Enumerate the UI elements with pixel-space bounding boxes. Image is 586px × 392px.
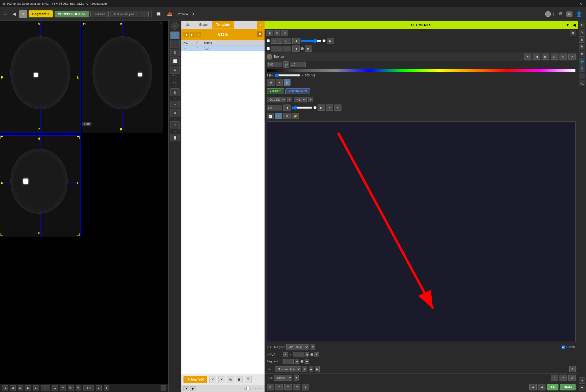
- delete-voi-btn[interactable]: ✕: [209, 376, 216, 383]
- input-slider-left[interactable]: ◀: [305, 352, 309, 357]
- bronson-expand-btn[interactable]: ▼: [524, 54, 531, 60]
- right-icon-terminal[interactable]: >_: [579, 80, 585, 86]
- opacity-speaker[interactable]: 🔊: [283, 61, 289, 68]
- input-tab-btn[interactable]: ● INPUT: [267, 88, 284, 94]
- ovl-dropdown-btn[interactable]: ▼: [287, 97, 292, 102]
- threshold-sun-btn[interactable]: ☀: [334, 104, 341, 111]
- monitor-btn[interactable]: 🖥: [556, 11, 565, 17]
- brightness-input[interactable]: [271, 38, 282, 44]
- fill-checkbox[interactable]: [246, 387, 249, 390]
- mini-key-btn[interactable]: 🔑: [292, 113, 299, 119]
- 2d-label[interactable]: > 2D: [172, 81, 177, 84]
- mini-gear-btn[interactable]: ⚙: [283, 113, 291, 119]
- right-icon-1[interactable]: ⊡: [579, 22, 585, 28]
- scan-topright[interactable]: A F H P: [82, 21, 163, 133]
- grid-btn[interactable]: ⊞: [170, 49, 180, 56]
- seg-square-icon-btn[interactable]: ⊡: [281, 30, 288, 36]
- r-btn[interactable]: R: [566, 11, 572, 17]
- pet-add-btn[interactable]: +: [551, 375, 558, 381]
- nav-left-btn[interactable]: ◀: [183, 386, 189, 391]
- pet-speaker-btn[interactable]: 🔊: [568, 375, 576, 381]
- ovl-select[interactable]: OVL SE: [267, 97, 286, 102]
- zoom-up-btn[interactable]: ▲: [96, 385, 102, 391]
- right-icon-search[interactable]: 🔍: [579, 44, 585, 50]
- input-slider-right[interactable]: ▶: [314, 352, 319, 357]
- ta-button[interactable]: TA: [547, 384, 558, 390]
- tab-list[interactable]: List: [181, 21, 195, 29]
- play-last-btn[interactable]: ▶|: [33, 385, 39, 391]
- seg-close-btn[interactable]: ✕: [570, 30, 576, 36]
- pct-slider[interactable]: [274, 73, 300, 77]
- ba-question2-btn[interactable]: ?: [284, 384, 292, 390]
- segment-value[interactable]: [283, 359, 294, 364]
- bars-btn[interactable]: ▐▌: [170, 134, 180, 141]
- second-check[interactable]: [267, 47, 270, 50]
- seg-half-icon-btn[interactable]: ◧: [266, 30, 273, 36]
- 3d-label[interactable]: > 3D: [172, 74, 177, 77]
- protocol-button[interactable]: Protocol: [176, 11, 190, 17]
- voi-tac-select[interactable]: AVERAGE: [286, 344, 309, 350]
- seg-display-btn3[interactable]: ⊡: [284, 79, 291, 86]
- back-button[interactable]: ◀: [10, 10, 18, 17]
- right-icon-arrow[interactable]: →: [579, 73, 585, 79]
- right-icon-user[interactable]: 👤: [579, 66, 585, 72]
- bronson-icon1-btn[interactable]: ⚙: [559, 54, 567, 60]
- seg-display-btn2[interactable]: ▼: [276, 79, 283, 86]
- voi-next-btn[interactable]: ▶: [190, 32, 195, 37]
- tag-btn[interactable]: ⊠: [170, 66, 180, 74]
- pet-select[interactable]: Rodent: [274, 375, 292, 381]
- right-icon-gear[interactable]: ⚙: [579, 51, 585, 57]
- segment-slider-left[interactable]: ◀: [295, 359, 299, 364]
- seg-display-btn1[interactable]: ⊞: [267, 79, 275, 86]
- brightness-left-arrow[interactable]: ◀: [292, 38, 300, 44]
- scan-bottomleft[interactable]: H F R L: [0, 135, 81, 237]
- 2d-chevron[interactable]: ▾: [174, 85, 176, 88]
- bronson-copy-btn[interactable]: ⊡: [551, 54, 558, 60]
- play-prev-btn[interactable]: ◀: [10, 385, 16, 391]
- frame-down-btn[interactable]: ▼: [60, 385, 66, 391]
- statistics-button[interactable]: Statistics: [90, 11, 109, 17]
- copy-chevron[interactable]: ▾: [174, 118, 176, 121]
- cross-voi-btn[interactable]: ✕: [218, 376, 225, 383]
- segment-button[interactable]: Segment »: [29, 10, 53, 17]
- play-btn[interactable]: ▶: [18, 385, 23, 391]
- opacity-input2[interactable]: [290, 62, 306, 67]
- ba-circle-btn[interactable]: ◎: [267, 384, 274, 390]
- right-icon-circle[interactable]: ●: [579, 377, 585, 384]
- mini-cursor-btn[interactable]: ↖: [275, 113, 282, 119]
- pvc-select[interactable]: No correction: [275, 366, 301, 372]
- second-input2[interactable]: [284, 46, 291, 51]
- circle-nav-icon[interactable]: ●: [171, 22, 179, 30]
- bronson-next-btn[interactable]: ▶: [542, 54, 549, 60]
- second-left-arrow[interactable]: ◀: [292, 45, 300, 52]
- segments-down-icon[interactable]: ▼: [566, 23, 569, 27]
- arrow-button[interactable]: ↔: [139, 11, 149, 17]
- new-voi-button[interactable]: ★ New VOI: [183, 376, 207, 383]
- draw-chevron[interactable]: ▾: [174, 97, 176, 100]
- voi-grid-btn[interactable]: ⊞: [236, 376, 243, 383]
- voi-circle-btn[interactable]: ◎: [227, 376, 234, 383]
- second-right-arrow[interactable]: ▶: [305, 45, 312, 52]
- user-btn[interactable]: 👤: [574, 10, 584, 18]
- tab-template[interactable]: Template: [212, 21, 234, 29]
- brightness-check[interactable]: [267, 39, 270, 42]
- pvc-settings-btn[interactable]: ⚙: [569, 366, 576, 372]
- voi-close-btn[interactable]: ✕: [257, 31, 262, 37]
- circle-draw-btn[interactable]: ◎: [170, 88, 180, 96]
- add-voi-icon[interactable]: +: [257, 21, 265, 29]
- scan-topleft[interactable]: A P R L: [0, 21, 81, 133]
- close-button[interactable]: ✕: [578, 1, 584, 6]
- zoom-out-btn[interactable]: 🔍: [76, 385, 81, 391]
- fork-chevron[interactable]: ▾: [174, 130, 176, 133]
- nav-right-btn[interactable]: ▶: [190, 386, 196, 391]
- pet-del-btn[interactable]: ✕: [559, 375, 567, 381]
- pet-dropdown-btn[interactable]: ▼: [294, 375, 299, 381]
- input-dropdown-btn[interactable]: ▼: [283, 352, 288, 357]
- texture-analysis-button[interactable]: Texture analysis: [110, 11, 137, 17]
- right-icon-layers[interactable]: ⊞: [579, 36, 585, 43]
- play-next-btn[interactable]: ▶: [25, 385, 31, 391]
- ba-square-btn[interactable]: ⊡: [293, 384, 300, 390]
- segment-slider-right[interactable]: ▶: [305, 359, 309, 364]
- frame-input[interactable]: [41, 385, 50, 391]
- seg-grid-icon-btn[interactable]: ⊞: [274, 30, 280, 36]
